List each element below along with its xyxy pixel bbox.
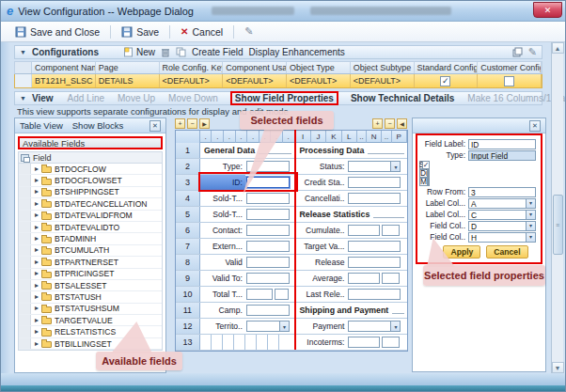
field-label-last-rele[interactable]: Last Rele.. xyxy=(295,287,347,302)
tree-item-btsalesset[interactable]: ▸BTSALESSET xyxy=(19,280,162,291)
add-column-button[interactable]: + xyxy=(372,118,383,129)
configuration-row-BT121H_SLSC[interactable]: BT121H_SLSCDETAILS<DEFAULT><DEFAULT><DEF… xyxy=(14,74,542,88)
field-label-average[interactable]: Average. xyxy=(295,271,347,286)
row-number[interactable]: 4 xyxy=(176,191,200,206)
dropdown-field[interactable]: ▾ xyxy=(348,161,401,172)
input-field[interactable] xyxy=(275,289,289,300)
tree-item-btstatushsum[interactable]: ▸BTSTATUSHSUM xyxy=(19,304,162,315)
cancel-properties-button[interactable]: Cancel xyxy=(486,245,527,259)
input-field[interactable] xyxy=(382,337,400,348)
expand-icon[interactable]: ▸ xyxy=(35,328,39,336)
empty-cell[interactable] xyxy=(200,335,212,350)
property-dropdown[interactable]: H▾ xyxy=(468,232,536,243)
property-input-field[interactable]: ID xyxy=(468,139,536,149)
save-and-close-button[interactable]: Save and Close xyxy=(10,25,104,39)
collapse-caret-icon[interactable]: ▼ xyxy=(20,49,26,55)
expand-icon[interactable]: ▸ xyxy=(35,259,39,266)
field-label-release[interactable]: Release xyxy=(295,255,347,270)
layered-view-button[interactable] xyxy=(512,47,523,57)
empty-cell[interactable] xyxy=(212,335,223,350)
copy-configuration-button[interactable] xyxy=(176,47,186,57)
grid-column-header[interactable]: . xyxy=(247,131,259,143)
scroll-up-icon[interactable]: ▲ xyxy=(552,42,564,54)
grid-column-header-[interactable]: .. xyxy=(357,131,367,143)
expand-icon[interactable]: ▸ xyxy=(35,165,39,173)
tab-show-blocks[interactable]: Show Blocks xyxy=(72,120,123,131)
grid-column-header[interactable]: . xyxy=(283,131,295,143)
expand-icon[interactable]: ▸ xyxy=(35,282,39,290)
field-label-contact[interactable]: Contact: xyxy=(200,223,245,238)
field-label-status[interactable]: Status: xyxy=(295,159,347,174)
dropdown-field[interactable]: ▾ xyxy=(246,321,290,332)
add-column-button[interactable]: + xyxy=(175,118,185,129)
input-field[interactable] xyxy=(348,273,380,284)
create-field-button[interactable]: Create Field xyxy=(192,47,243,57)
display-enhancements-button[interactable]: Display Enhancements xyxy=(249,47,345,57)
tree-item-btdatecancellation[interactable]: ▸BTDATECANCELLATION xyxy=(19,198,162,210)
property-dropdown[interactable]: A▾ xyxy=(468,198,536,209)
input-field[interactable] xyxy=(382,273,400,284)
field-label-extern[interactable]: Extern... xyxy=(200,239,245,254)
field-label-total-t[interactable]: Total T... xyxy=(200,287,245,302)
expand-icon[interactable]: ▸ xyxy=(35,293,39,301)
shift-left-button[interactable]: ◀ xyxy=(397,118,407,129)
column-header-standard-config[interactable]: Standard Config. xyxy=(415,62,479,73)
column-header-role-config-key[interactable]: Role Config. Key xyxy=(160,62,224,73)
close-panel-button[interactable]: ✕ xyxy=(529,120,541,132)
row-number[interactable]: 11 xyxy=(176,303,200,318)
tree-item-targetvalue[interactable]: ▸TARGETVALUE xyxy=(19,315,162,326)
row-number[interactable]: 8 xyxy=(176,255,200,270)
tree-item-btshippingset[interactable]: ▸BTSHIPPINGSET xyxy=(19,187,162,198)
shift-right-button[interactable]: ▶ xyxy=(199,118,210,129)
edit-button[interactable]: ✎ xyxy=(240,24,258,39)
save-button[interactable]: Save xyxy=(117,25,164,39)
delete-configuration-button[interactable] xyxy=(161,47,170,57)
tree-item-btpartnerset[interactable]: ▸BTPARTNERSET xyxy=(19,257,162,268)
customer-config-checkbox[interactable] xyxy=(504,76,514,86)
row-selector[interactable] xyxy=(15,74,32,87)
input-field[interactable] xyxy=(348,177,401,188)
expand-icon[interactable]: ▸ xyxy=(35,317,39,324)
grid-column-header-p[interactable]: P xyxy=(392,131,407,143)
column-header-customer-config[interactable]: Customer Config. xyxy=(478,62,542,73)
view-action-show-field-properties[interactable]: Show Field Properties xyxy=(230,91,338,105)
remove-column-button[interactable]: − xyxy=(385,118,395,129)
empty-cell[interactable] xyxy=(234,335,245,350)
apply-button[interactable]: Apply xyxy=(443,245,480,259)
view-action-show-technical-details[interactable]: Show Technical Details xyxy=(348,93,457,103)
expand-icon[interactable]: ▸ xyxy=(35,340,39,348)
property-readonly-field[interactable]: Input Field xyxy=(468,150,536,161)
input-field[interactable] xyxy=(246,305,290,316)
new-configuration-button[interactable]: New xyxy=(123,47,155,57)
row-number[interactable]: 2 xyxy=(176,159,200,174)
row-number[interactable]: 7 xyxy=(176,239,200,254)
expand-icon[interactable]: ▸ xyxy=(35,246,39,254)
grid-column-header[interactable]: . xyxy=(236,131,248,143)
input-field[interactable] xyxy=(246,225,290,236)
scrollbar-thumb[interactable]: ≡ xyxy=(553,195,563,255)
close-button[interactable]: ✕ xyxy=(533,2,562,18)
column-header-component-usage[interactable]: Component Usage xyxy=(223,62,287,73)
dropdown-field[interactable]: ▾ xyxy=(348,321,401,332)
grid-column-header[interactable]: . xyxy=(200,131,212,143)
tree-item-btdocflow[interactable]: ▸BTDOCFLOW xyxy=(19,164,162,175)
field-label-sold-t[interactable]: Sold-T... xyxy=(200,207,245,222)
field-label-cancellati[interactable]: Cancellati.. xyxy=(295,191,347,206)
tree-item-btdatevalidto[interactable]: ▸BTDATEVALIDTO xyxy=(19,222,162,233)
field-label-incoterms[interactable]: Incoterms: xyxy=(295,335,347,350)
grid-column-header-j[interactable]: J xyxy=(311,131,326,143)
grid-column-header-k[interactable]: K xyxy=(326,131,341,143)
property-dropdown[interactable]: C▾ xyxy=(468,210,536,220)
row-number[interactable]: 1 xyxy=(176,143,200,158)
expand-icon[interactable]: ▸ xyxy=(35,188,39,196)
input-field[interactable] xyxy=(348,241,401,252)
grid-column-header-n[interactable]: N xyxy=(367,131,382,143)
property-input-field[interactable]: 3 xyxy=(468,187,536,197)
input-field[interactable] xyxy=(348,337,380,348)
grid-column-header[interactable]: . xyxy=(224,131,236,143)
configurations-section-title[interactable]: Configurations xyxy=(32,47,99,57)
vertical-scrollbar[interactable]: ▲ ≡ ▼ xyxy=(551,42,563,373)
tree-item-btdatevalidfrom[interactable]: ▸BTDATEVALIDFROM xyxy=(19,211,162,222)
property-checkbox[interactable] xyxy=(427,169,430,178)
row-number[interactable]: 6 xyxy=(176,223,200,238)
